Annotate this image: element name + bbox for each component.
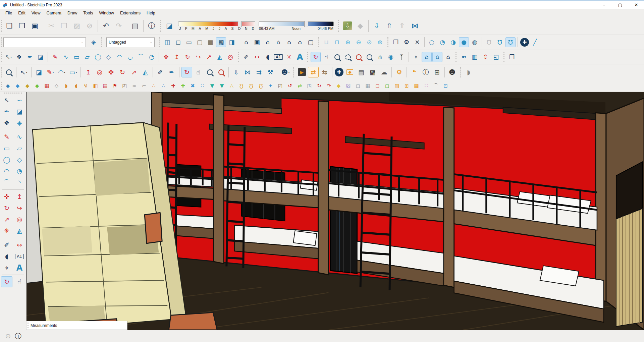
month-slider-thumb[interactable]	[238, 21, 242, 27]
outer-shell-button[interactable]: ⊔	[321, 37, 331, 47]
split-button[interactable]: ⊗	[375, 37, 385, 47]
push-pull-button[interactable]: ↥	[172, 52, 182, 62]
menu-item-window[interactable]: Window	[96, 10, 116, 16]
tape-measure-button[interactable]: ✐	[241, 52, 251, 62]
interactive-render-button[interactable]: ⇄	[308, 67, 319, 77]
orbit-button[interactable]: ↻	[311, 52, 321, 62]
tape-measure-button[interactable]: ✐	[1, 239, 12, 250]
share-component-button[interactable]: ⇧	[396, 20, 408, 32]
plugin-arc-dots-button[interactable]: ⌒	[431, 81, 440, 91]
cloud-upload-button[interactable]: ☁	[379, 67, 389, 77]
redo-button[interactable]: ↷	[113, 20, 125, 32]
extension-manager-button[interactable]: ⚒	[265, 67, 276, 77]
view-right-button[interactable]: ⌂	[273, 37, 283, 47]
color-swatches-button[interactable]: ▤	[356, 67, 367, 77]
follow-me-button[interactable]: ↪	[14, 203, 25, 214]
plugin-uturn-button[interactable]: ↺	[285, 81, 294, 91]
pan-button[interactable]: ☝	[321, 52, 331, 62]
protractor-button[interactable]: ◖	[1, 251, 12, 262]
zoom-window-button[interactable]	[343, 52, 353, 62]
3d-text-button[interactable]: A	[14, 262, 25, 273]
plugin-path-blue-button[interactable]: ∴	[159, 81, 168, 91]
view-front-button[interactable]: ⌂	[263, 37, 273, 47]
view-top-button[interactable]: ▣	[252, 37, 262, 47]
pie-button[interactable]: ◔	[14, 166, 25, 177]
plugin-cross-red-button[interactable]: ✚	[169, 81, 178, 91]
line-button[interactable]: ✎▾	[45, 67, 56, 77]
droplet-full-button[interactable]: ●	[459, 37, 469, 47]
magnet-on-button[interactable]: Ω	[495, 37, 505, 47]
cut-button[interactable]: ✂	[45, 20, 57, 32]
plugin-hook-1-button[interactable]: Ω	[237, 81, 246, 91]
flip-button[interactable]: ◭	[215, 52, 225, 62]
add-button[interactable]: ✚	[520, 38, 529, 47]
protractor-button[interactable]: ◖	[263, 52, 273, 62]
three-point-arc-button[interactable]: ⌒	[136, 52, 146, 62]
plugin-table-button[interactable]: ▤	[101, 81, 110, 91]
plugin-layers-hash-button[interactable]: ◆	[3, 81, 12, 91]
style-xray-button[interactable]: ◫	[162, 37, 172, 47]
plugin-arrows-button[interactable]: ✦	[266, 81, 275, 91]
plugin-cross-green-button[interactable]: ✚	[178, 81, 187, 91]
plugin-cone-button[interactable]: △	[227, 81, 236, 91]
pie-button[interactable]: ◔	[147, 52, 157, 62]
paint-bucket-button[interactable]: ✒	[166, 67, 177, 77]
zoom-button[interactable]	[204, 67, 215, 77]
share-layers-button[interactable]: ⇉	[254, 67, 264, 77]
menu-item-camera[interactable]: Camera	[44, 10, 64, 16]
move-button[interactable]: ✜	[161, 52, 171, 62]
scale-button[interactable]: ↗	[128, 67, 139, 77]
menu-item-help[interactable]: Help	[144, 10, 158, 16]
line-button[interactable]: ✎	[1, 131, 12, 142]
arc-button[interactable]: ◠	[1, 166, 12, 177]
plugin-grid-2-button[interactable]: ⊞	[402, 81, 411, 91]
plugin-plane-green-button[interactable]: ◆	[33, 81, 42, 91]
offset-button[interactable]: ◎	[14, 214, 25, 225]
tape-measure-button[interactable]: ✐	[155, 67, 166, 77]
droplet-hatched-button[interactable]: ◍	[470, 37, 480, 47]
position-camera-button[interactable]: ⋔	[375, 52, 385, 62]
folder-button[interactable]: ❒	[391, 37, 401, 47]
plugin-plane-blue-button[interactable]: ◆	[13, 81, 22, 91]
section-display-button[interactable]: ⌂	[422, 52, 432, 62]
plugin-drop-button[interactable]: ▼	[208, 81, 217, 91]
plugin-hook-3-button[interactable]: Ω	[256, 81, 265, 91]
zoom-extents-button[interactable]	[216, 67, 226, 77]
style-monochrome-button[interactable]: ◨	[227, 37, 237, 47]
plugin-curve-1-button[interactable]: ◗	[62, 81, 71, 91]
droplet-half-button[interactable]: ◑	[448, 37, 458, 47]
settings-gears-button[interactable]: ⚙	[394, 67, 405, 77]
toggle-terrain-button[interactable]: ◆	[354, 20, 366, 32]
follow-me-button[interactable]: ↪	[193, 52, 203, 62]
time-slider-thumb[interactable]	[304, 21, 308, 27]
droplet-empty-button[interactable]: ○	[427, 37, 437, 47]
zoom-extents-button[interactable]	[354, 52, 364, 62]
tag-filter-input[interactable]	[6, 40, 81, 45]
plugin-plane-red-button[interactable]: ▦	[42, 81, 51, 91]
eraser-button[interactable]: ◪	[14, 106, 25, 117]
tag-filter-combo[interactable]: ⌄	[3, 37, 86, 47]
rotate-button[interactable]: ↻	[1, 203, 12, 214]
rotate-button[interactable]: ↻	[182, 52, 193, 62]
rectangle-button[interactable]: ▭▾	[68, 67, 78, 77]
cart-button[interactable]: ⊞	[432, 67, 442, 77]
plugin-plane-yellow-button[interactable]: ◆	[23, 81, 32, 91]
style-back-edges-button[interactable]: ◻	[173, 37, 183, 47]
delete-button[interactable]: ⊘	[84, 20, 96, 32]
paint-bucket-button[interactable]: ✒	[1, 106, 12, 117]
sandbox-from-scratch-button[interactable]: ▦	[470, 52, 480, 62]
geolocation-status-button[interactable]: ⊙	[3, 331, 13, 341]
text-button[interactable]: A1	[273, 52, 283, 62]
plugin-cube-2-button[interactable]: ▦	[363, 81, 372, 91]
section-plane-button[interactable]: ⌖	[411, 52, 421, 62]
stamp-button[interactable]: ◱	[491, 52, 501, 62]
sandbox-from-contours-button[interactable]: ≈	[459, 52, 469, 62]
axes-button[interactable]: ✳	[284, 52, 294, 62]
tag-button[interactable]: ◈	[14, 117, 25, 128]
freehand-button[interactable]: ∿	[14, 131, 25, 142]
select-button[interactable]: ↖	[1, 95, 12, 106]
render-asset-editor-button[interactable]: ▶	[297, 67, 307, 77]
preferences-button[interactable]: ⚙	[401, 37, 412, 47]
rotate-button[interactable]: ↻	[117, 67, 128, 77]
get-models-button[interactable]: ⇩	[371, 20, 383, 32]
